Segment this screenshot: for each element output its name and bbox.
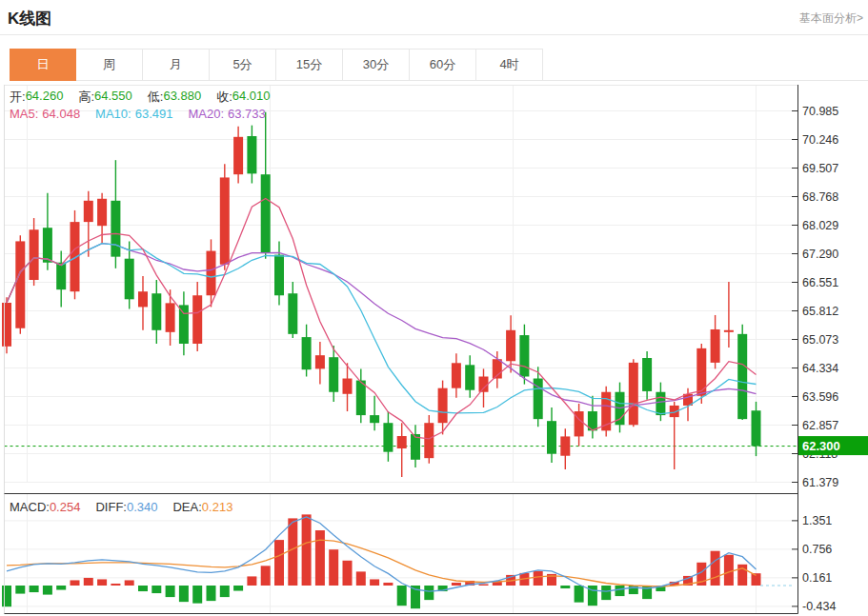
macd-bar bbox=[315, 530, 325, 586]
macd-bar bbox=[97, 579, 107, 586]
candle-body bbox=[97, 199, 107, 226]
candle-body bbox=[43, 228, 52, 263]
macd-bar bbox=[233, 586, 243, 591]
macd-bar bbox=[30, 586, 39, 592]
svg-text:1.351: 1.351 bbox=[802, 514, 832, 527]
page-header: K线图 基本面分析> bbox=[0, 0, 868, 35]
macd-bar bbox=[616, 586, 625, 596]
svg-text:-0.434: -0.434 bbox=[802, 600, 836, 613]
diff-value: 0.340 bbox=[127, 500, 158, 514]
tabs-filler bbox=[543, 49, 868, 81]
svg-text:70.985: 70.985 bbox=[802, 105, 838, 118]
macd-bar bbox=[179, 586, 189, 602]
candle-body bbox=[207, 251, 216, 296]
svg-text:68.768: 68.768 bbox=[802, 190, 838, 204]
candle-body bbox=[261, 174, 271, 253]
candle-body bbox=[737, 334, 747, 419]
svg-text:68.029: 68.029 bbox=[802, 219, 838, 232]
candle-body bbox=[179, 305, 189, 344]
macd-bar bbox=[207, 586, 216, 601]
gridlines bbox=[5, 86, 798, 614]
macd-bar bbox=[71, 580, 80, 586]
ma10-label: MA10: bbox=[95, 107, 131, 121]
tab-日[interactable]: 日 bbox=[10, 49, 76, 81]
candle-body bbox=[629, 363, 638, 425]
macd-bar bbox=[479, 584, 489, 586]
macd-bar bbox=[111, 584, 120, 586]
macd-bar bbox=[397, 586, 407, 606]
high-value: 64.550 bbox=[94, 89, 132, 106]
candle-body bbox=[247, 136, 256, 173]
candle-body bbox=[15, 241, 25, 328]
candle-body bbox=[370, 415, 379, 423]
candle-body bbox=[151, 293, 161, 330]
macd-bar bbox=[560, 586, 570, 588]
candle-body bbox=[315, 355, 325, 368]
candle-body bbox=[452, 363, 461, 387]
tab-周[interactable]: 周 bbox=[76, 49, 143, 81]
macd-bar bbox=[343, 561, 353, 586]
close-value: 64.010 bbox=[232, 89, 271, 106]
candle-body bbox=[220, 177, 230, 264]
ma5-label: MA5: bbox=[10, 107, 38, 121]
fundamental-analysis-link[interactable]: 基本面分析> bbox=[799, 10, 863, 27]
tab-4时[interactable]: 4时 bbox=[476, 49, 543, 81]
tab-月[interactable]: 月 bbox=[143, 49, 210, 81]
tab-30分[interactable]: 30分 bbox=[343, 49, 410, 81]
svg-text:62.300: 62.300 bbox=[802, 439, 840, 453]
candle-body bbox=[656, 392, 665, 415]
macd-bar bbox=[329, 549, 338, 586]
svg-text:63.596: 63.596 bbox=[802, 390, 838, 404]
macd-bar bbox=[84, 578, 93, 586]
macd-bar bbox=[724, 555, 734, 586]
ohlc-legend: 开:64.260 高:64.550 低:63.880 收:64.010 bbox=[10, 89, 286, 106]
page-title: K线图 bbox=[0, 0, 868, 30]
tab-5分[interactable]: 5分 bbox=[210, 49, 276, 81]
candle-body bbox=[233, 137, 243, 174]
macd-legend: MACD:0.254 DIFF:0.340 DEA:0.213 bbox=[10, 500, 248, 514]
candle-body bbox=[642, 358, 652, 391]
candle-body bbox=[356, 381, 366, 416]
macd-label: MACD: bbox=[10, 500, 50, 514]
candle-body bbox=[438, 388, 448, 424]
svg-text:61.379: 61.379 bbox=[802, 476, 838, 489]
candle-body bbox=[84, 201, 93, 222]
ma5-value: 64.048 bbox=[42, 107, 80, 121]
kline-page: K线图 基本面分析> 日周月5分15分30分60分4时 开:64.260 高:6… bbox=[0, 0, 868, 616]
candle-body bbox=[288, 293, 297, 334]
macd-bar bbox=[288, 518, 297, 586]
tab-60分[interactable]: 60分 bbox=[410, 49, 476, 81]
candles bbox=[2, 112, 761, 477]
period-tabs: 日周月5分15分30分60分4时 bbox=[10, 49, 868, 81]
svg-text:65.073: 65.073 bbox=[802, 333, 838, 347]
candle-body bbox=[547, 421, 556, 454]
kline-canvas[interactable]: 70.98570.24669.50768.76868.02967.29066.5… bbox=[0, 85, 868, 616]
macd-bar bbox=[43, 586, 52, 595]
candle-body bbox=[506, 330, 515, 361]
macd-bar bbox=[192, 586, 202, 604]
current-price-tag: 62.300 bbox=[798, 436, 868, 455]
tab-15分[interactable]: 15分 bbox=[276, 49, 343, 81]
candle-body bbox=[192, 295, 202, 344]
macd-bar bbox=[711, 551, 720, 586]
chart-area: 开:64.260 高:64.550 低:63.880 收:64.010 MA5:… bbox=[0, 85, 868, 616]
candle-body bbox=[125, 259, 134, 300]
macd-bar bbox=[452, 583, 461, 586]
macd-bar bbox=[274, 540, 284, 586]
open-value: 64.260 bbox=[26, 89, 64, 106]
svg-text:0.756: 0.756 bbox=[802, 543, 832, 556]
dea-value: 0.213 bbox=[202, 500, 233, 514]
y-axis-labels: 70.98570.24669.50768.76868.02967.29066.5… bbox=[792, 105, 838, 614]
candle-body bbox=[343, 379, 353, 394]
candle-body bbox=[2, 303, 11, 347]
macd-bar bbox=[370, 579, 379, 586]
candle-body bbox=[711, 329, 720, 363]
macd-bar bbox=[383, 583, 393, 586]
ma5-line bbox=[7, 198, 757, 438]
macd-bar bbox=[424, 586, 434, 600]
svg-text:67.290: 67.290 bbox=[802, 248, 838, 261]
macd-bar bbox=[138, 586, 148, 591]
candle-body bbox=[274, 255, 284, 296]
macd-bar bbox=[151, 586, 161, 593]
macd-bar bbox=[247, 576, 256, 586]
